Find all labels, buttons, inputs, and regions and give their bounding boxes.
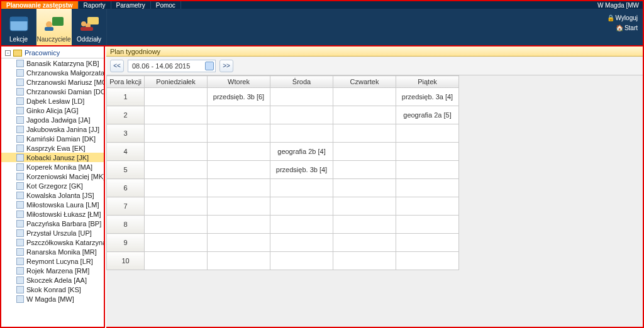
sidebar-item[interactable]: Ranarska Monika [MR] <box>1 247 104 256</box>
sidebar-item[interactable]: Pszczółkowska Katarzyna [KP] <box>1 238 104 247</box>
column-header[interactable]: Pora lekcji <box>107 76 145 88</box>
sidebar-item[interactable]: Chrzanowski Mariusz [MC] <box>1 77 104 87</box>
sidebar-item[interactable]: Korzeniowski Maciej [MK] <box>1 172 104 181</box>
tool-lekcje[interactable]: Lekcje <box>1 9 36 45</box>
menu-pomoc[interactable]: Pomoc <box>151 1 181 9</box>
tree-root[interactable]: - Pracownicy <box>1 46 104 58</box>
sidebar-item[interactable]: Kasprzyk Ewa [EK] <box>1 143 104 153</box>
column-header[interactable]: Piątek <box>396 76 459 88</box>
schedule-cell[interactable] <box>396 197 459 216</box>
schedule-cell[interactable] <box>396 234 459 252</box>
schedule-cell[interactable]: geografia 2b [4] <box>270 143 333 161</box>
schedule-cell[interactable] <box>333 88 396 106</box>
schedule-cell[interactable] <box>396 143 459 161</box>
sidebar-item[interactable]: Jagoda Jadwiga [JA] <box>1 115 104 124</box>
schedule-cell[interactable] <box>333 216 396 234</box>
sidebar-item[interactable]: Rojek Marzena [RM] <box>1 266 104 275</box>
schedule-cell[interactable] <box>208 143 270 161</box>
schedule-cell[interactable] <box>270 124 333 143</box>
column-header[interactable]: Środa <box>270 76 333 88</box>
schedule-cell[interactable]: przedsięb. 3b [4] <box>270 161 333 179</box>
schedule-cell[interactable] <box>333 179 396 197</box>
schedule-cell[interactable] <box>145 216 208 234</box>
sidebar-item[interactable]: Paczyńska Barbara [BP] <box>1 219 104 228</box>
sidebar-item[interactable]: Kowalska Jolanta [JS] <box>1 190 104 200</box>
sidebar-item[interactable]: Kobacki Janusz [JK] <box>1 153 104 162</box>
schedule-cell[interactable] <box>145 197 208 216</box>
column-header[interactable]: Czwartek <box>333 76 396 88</box>
sidebar-item[interactable]: Jakubowska Janina [JJ] <box>1 124 104 134</box>
schedule-cell[interactable] <box>270 234 333 252</box>
sidebar-item[interactable]: Dąbek Lesław [LD] <box>1 96 104 106</box>
sidebar-item[interactable]: Banasik Katarzyna [KB] <box>1 58 104 68</box>
schedule-cell[interactable] <box>396 179 459 197</box>
schedule-cell[interactable] <box>333 234 396 252</box>
link-start[interactable]: 🏠 Start <box>607 23 638 33</box>
schedule-cell[interactable] <box>333 106 396 124</box>
schedule-cell[interactable]: geografia 2a [5] <box>396 106 459 124</box>
schedule-cell[interactable] <box>208 179 270 197</box>
sidebar-item[interactable]: Przystał Urszula [UP] <box>1 228 104 238</box>
link-wyloguj[interactable]: 🔒 Wyloguj <box>607 13 638 23</box>
date-range-field[interactable]: 08.06 - 14.06 2015 <box>128 60 216 72</box>
sidebar-item[interactable]: Kamiński Damian [DK] <box>1 134 104 143</box>
menu-planowanie[interactable]: Planowanie zastępstw <box>1 1 79 9</box>
tool-nauczyciele[interactable]: Nauczyciele <box>36 9 72 45</box>
schedule-cell[interactable] <box>270 197 333 216</box>
tool-oddzialy[interactable]: Oddziały <box>72 9 107 45</box>
person-icon <box>16 79 24 86</box>
schedule-cell[interactable] <box>208 216 270 234</box>
schedule-cell[interactable] <box>208 234 270 252</box>
schedule-cell[interactable] <box>270 179 333 197</box>
schedule-cell[interactable] <box>333 161 396 179</box>
schedule-cell[interactable] <box>396 216 459 234</box>
sidebar-item[interactable]: Miłostowska Laura [LM] <box>1 200 104 209</box>
sidebar-item[interactable]: Miłostowski Łukasz [ŁM] <box>1 209 104 219</box>
sidebar-item[interactable]: Kot Grzegorz [GK] <box>1 181 104 190</box>
schedule-cell[interactable] <box>208 197 270 216</box>
column-header[interactable]: Wtorek <box>208 76 270 88</box>
schedule-cell[interactable] <box>145 161 208 179</box>
schedule-cell[interactable]: przedsięb. 3a [4] <box>396 88 459 106</box>
sidebar-item[interactable]: Chrzanowski Damian [DC] <box>1 87 104 96</box>
prev-week-button[interactable]: << <box>110 60 124 72</box>
schedule-cell[interactable] <box>208 161 270 179</box>
schedule-cell[interactable] <box>145 252 208 270</box>
schedule-cell[interactable] <box>145 143 208 161</box>
sidebar-item[interactable]: Skok Konrad [KS] <box>1 285 104 294</box>
schedule-cell[interactable] <box>396 124 459 143</box>
schedule-cell[interactable] <box>270 216 333 234</box>
sidebar-item[interactable]: Ginko Alicja [AG] <box>1 106 104 115</box>
schedule-cell[interactable] <box>208 106 270 124</box>
schedule-cell[interactable] <box>145 124 208 143</box>
next-week-button[interactable]: >> <box>219 60 233 72</box>
schedule-cell[interactable] <box>145 234 208 252</box>
sidebar-item-label: Chrzanowska Małgorzata [MB] <box>26 69 104 77</box>
menu-raporty[interactable]: Raporty <box>79 1 111 9</box>
sidebar-item[interactable]: Skoczek Adela [AA] <box>1 275 104 285</box>
schedule-cell[interactable] <box>145 88 208 106</box>
sidebar-item[interactable]: W Magda [MW] <box>1 294 104 303</box>
schedule-cell[interactable] <box>333 143 396 161</box>
schedule-cell[interactable] <box>145 106 208 124</box>
schedule-cell[interactable] <box>208 124 270 143</box>
schedule-cell[interactable] <box>333 124 396 143</box>
schedule-cell[interactable] <box>270 88 333 106</box>
schedule-cell[interactable] <box>208 252 270 270</box>
person-icon <box>16 201 24 209</box>
schedule-cell[interactable] <box>270 106 333 124</box>
sidebar-item[interactable]: Koperek Monika [MA] <box>1 162 104 172</box>
schedule-cell[interactable] <box>333 252 396 270</box>
column-header[interactable]: Poniedziałek <box>145 76 208 88</box>
schedule-cell[interactable] <box>333 197 396 216</box>
schedule-cell[interactable] <box>145 179 208 197</box>
schedule-cell[interactable] <box>396 161 459 179</box>
sidebar-item[interactable]: Reymont Lucyna [LR] <box>1 256 104 266</box>
schedule-cell[interactable] <box>396 252 459 270</box>
menu-parametry[interactable]: Parametry <box>111 1 151 9</box>
schedule-cell[interactable]: przedsięb. 3b [6] <box>208 88 270 106</box>
calendar-picker-icon[interactable] <box>205 62 214 70</box>
table-row: 5przedsięb. 3b [4] <box>107 161 459 179</box>
schedule-cell[interactable] <box>270 252 333 270</box>
sidebar-item[interactable]: Chrzanowska Małgorzata [MB] <box>1 68 104 77</box>
